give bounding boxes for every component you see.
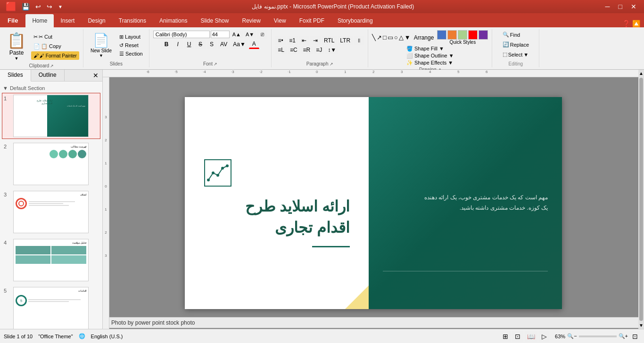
- columns-button[interactable]: ⫴: [354, 36, 364, 45]
- zoom-out-icon[interactable]: 🔍−: [567, 333, 577, 339]
- slideshow-button[interactable]: ▷: [539, 331, 549, 342]
- tab-outline-panel[interactable]: Outline: [31, 70, 65, 81]
- justify-button[interactable]: ≡J: [314, 46, 324, 54]
- para-expander[interactable]: ↗: [330, 62, 333, 66]
- reading-view-button[interactable]: 📖: [525, 331, 537, 342]
- fit-window-button[interactable]: ⊡: [630, 331, 640, 342]
- shape-effects-button[interactable]: ✨ Shape Effects ▼: [406, 60, 454, 66]
- font-name-input[interactable]: [153, 31, 210, 38]
- tab-slideshow[interactable]: Slide Show: [194, 14, 235, 27]
- font-expander[interactable]: ↗: [214, 62, 217, 66]
- panel-close-button[interactable]: ✕: [89, 70, 102, 81]
- redo-icon[interactable]: ↪: [45, 2, 54, 11]
- select-button[interactable]: ⬚ Select ▼: [498, 50, 533, 59]
- paste-dropdown[interactable]: ▼: [15, 56, 19, 61]
- bullet-list-button[interactable]: ≡•: [275, 36, 286, 45]
- reset-button[interactable]: ↺ Reset: [117, 41, 145, 49]
- tab-insert[interactable]: Insert: [54, 14, 81, 27]
- font-increase-button[interactable]: A▲: [231, 31, 243, 38]
- help-icon[interactable]: ❓: [622, 20, 630, 27]
- increase-indent-button[interactable]: ⇥: [310, 36, 321, 45]
- zoom-slider[interactable]: [579, 335, 617, 337]
- font-decrease-button[interactable]: A▼: [244, 31, 256, 38]
- zoom-in-icon[interactable]: 🔍+: [619, 333, 628, 339]
- maximize-button[interactable]: □: [615, 0, 626, 13]
- tab-design[interactable]: Design: [81, 14, 112, 27]
- italic-button[interactable]: I: [173, 40, 183, 49]
- slide-thumb-2[interactable]: 2 فهرست مطالب: [2, 141, 100, 187]
- char-spacing-button[interactable]: AV: [218, 40, 230, 49]
- qs-orange[interactable]: [447, 30, 457, 40]
- shape-line[interactable]: ╲: [372, 34, 376, 41]
- tab-home[interactable]: Home: [25, 14, 54, 27]
- copy-button[interactable]: 📄 📋 Copy: [31, 42, 79, 51]
- change-case-button[interactable]: Aa▼: [231, 40, 248, 49]
- tab-file[interactable]: File: [0, 13, 25, 27]
- scroll-up-button[interactable]: ▲: [638, 70, 644, 77]
- cut-button[interactable]: ✂ ✂ Cut: [31, 33, 79, 41]
- clear-format-button[interactable]: ⎚: [257, 30, 267, 39]
- numbered-list-button[interactable]: ≡1: [287, 36, 298, 45]
- align-center-button[interactable]: ≡C: [288, 46, 300, 54]
- replace-button[interactable]: 🔄 Replace: [498, 40, 533, 49]
- quick-styles-btn[interactable]: Quick Styles: [437, 30, 488, 45]
- align-right-button[interactable]: ≡R: [301, 46, 313, 54]
- bold-button[interactable]: B: [161, 40, 172, 49]
- qs-purple[interactable]: [479, 30, 488, 40]
- layout-button[interactable]: ⊞ Layout: [117, 33, 145, 41]
- ltr-button[interactable]: LTR: [338, 36, 353, 45]
- tab-storyboarding[interactable]: Storyboarding: [331, 14, 380, 27]
- format-painter-button[interactable]: 🖌 🖌 Format Painter: [31, 51, 79, 60]
- minimize-button[interactable]: ─: [602, 0, 614, 13]
- save-icon[interactable]: 💾: [20, 2, 32, 11]
- shape-rounded-rect[interactable]: ▭: [388, 34, 393, 41]
- new-slide-button[interactable]: 📄 New Slide ▼: [87, 31, 115, 59]
- tab-view[interactable]: View: [267, 14, 293, 27]
- slide-sorter-button[interactable]: ⊡: [512, 331, 523, 342]
- shadow-button[interactable]: S: [206, 40, 217, 49]
- shape-oval[interactable]: ○: [394, 34, 398, 41]
- tab-review[interactable]: Review: [235, 14, 267, 27]
- align-left-button[interactable]: ≡L: [275, 46, 287, 54]
- qs-blue[interactable]: [437, 30, 446, 40]
- vertical-scrollbar[interactable]: ▲ ▼: [638, 70, 644, 329]
- slide-thumb-5[interactable]: 5 اقدامات 5: [2, 285, 100, 329]
- scroll-down-button[interactable]: ▼: [638, 322, 644, 329]
- font-size-input[interactable]: [211, 31, 230, 38]
- shape-arrow[interactable]: ↗: [377, 34, 382, 41]
- find-button[interactable]: 🔍 Find: [498, 30, 524, 39]
- normal-view-button[interactable]: ⊞: [500, 331, 511, 342]
- select-dropdown[interactable]: ▼: [523, 52, 528, 57]
- section-button[interactable]: ☰ Section: [117, 50, 145, 58]
- tab-animations[interactable]: Animations: [153, 14, 194, 27]
- qs-red[interactable]: [468, 30, 478, 40]
- decrease-indent-button[interactable]: ⇤: [299, 36, 309, 45]
- underline-button[interactable]: U: [184, 40, 194, 49]
- tab-transitions[interactable]: Transitions: [112, 14, 153, 27]
- shape-rect[interactable]: □: [383, 34, 387, 41]
- ribbon-collapse-icon[interactable]: 🔼: [632, 20, 640, 27]
- strikethrough-button[interactable]: S: [195, 40, 206, 49]
- quick-access-more[interactable]: ▼: [56, 3, 65, 10]
- new-slide-dropdown[interactable]: ▼: [99, 53, 103, 58]
- section-label-default[interactable]: ▼ Default Section: [2, 83, 100, 93]
- shape-outline-button[interactable]: ⬜ Shape Outline ▼: [406, 53, 454, 59]
- rtl-button[interactable]: RTL: [322, 36, 337, 45]
- shape-triangle[interactable]: △: [399, 34, 404, 41]
- shape-more[interactable]: ▼: [405, 34, 411, 41]
- clipboard-expander[interactable]: ↗: [50, 64, 54, 68]
- canvas-container[interactable]: 3 2 1 0 1 2 3: [103, 77, 644, 329]
- tab-foxitpdf[interactable]: Foxit PDF: [293, 14, 331, 27]
- slide-thumb-1[interactable]: 1 ارائه اسلاید طرحاقدام تجاری مهم است که…: [2, 93, 100, 139]
- shape-fill-button[interactable]: 🪣 Shape Fill ▼: [406, 46, 454, 52]
- font-color-button[interactable]: A: [249, 40, 259, 49]
- paste-button[interactable]: 📋 Paste ▼: [4, 30, 29, 62]
- line-spacing-button[interactable]: ↕▼: [325, 46, 339, 54]
- tab-slides-panel[interactable]: Slides: [0, 70, 31, 82]
- arrange-button[interactable]: Arrange: [412, 33, 437, 42]
- undo-icon[interactable]: ↩: [33, 2, 43, 11]
- close-button[interactable]: ✕: [627, 0, 640, 13]
- qs-green[interactable]: [458, 30, 467, 40]
- slide-thumb-4[interactable]: 4 تحلیل موقعیت: [2, 237, 100, 283]
- scroll-thumb[interactable]: [639, 78, 643, 321]
